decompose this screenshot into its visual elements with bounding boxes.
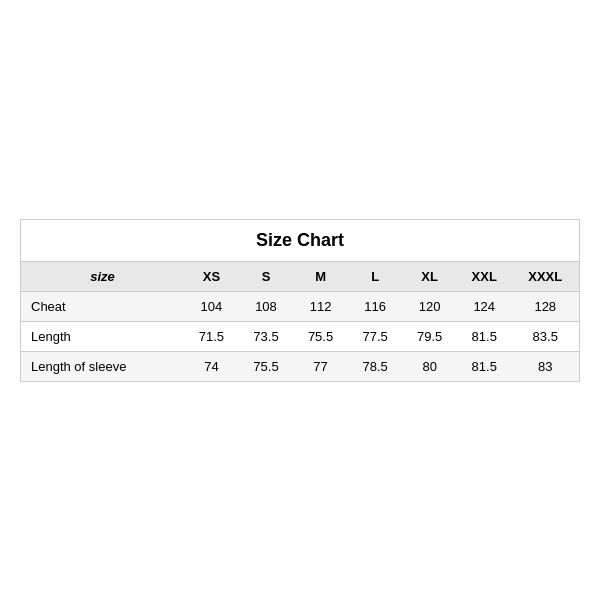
cell-value: 77.5 <box>348 321 403 351</box>
cell-value: 83.5 <box>512 321 580 351</box>
cell-value: 104 <box>184 291 239 321</box>
title-row: Size Chart <box>21 219 580 261</box>
cell-value: 116 <box>348 291 403 321</box>
m-column-header: M <box>293 261 348 291</box>
cell-value: 71.5 <box>184 321 239 351</box>
table-row: Cheat 104 108 112 116 120 124 128 <box>21 291 580 321</box>
xxxl-column-header: XXXL <box>512 261 580 291</box>
cell-value: 83 <box>512 351 580 381</box>
cell-value: 80 <box>402 351 457 381</box>
cell-value: 81.5 <box>457 321 512 351</box>
s-column-header: S <box>239 261 294 291</box>
cell-value: 128 <box>512 291 580 321</box>
cell-value: 79.5 <box>402 321 457 351</box>
cell-value: 77 <box>293 351 348 381</box>
xl-column-header: XL <box>402 261 457 291</box>
size-chart-table: Size Chart size XS S M L XL XXL XXXL Che… <box>20 219 580 382</box>
size-chart-container: Size Chart size XS S M L XL XXL XXXL Che… <box>20 219 580 382</box>
cell-value: 112 <box>293 291 348 321</box>
header-row: size XS S M L XL XXL XXXL <box>21 261 580 291</box>
row-label: Length <box>21 321 185 351</box>
table-row: Length 71.5 73.5 75.5 77.5 79.5 81.5 83.… <box>21 321 580 351</box>
cell-value: 120 <box>402 291 457 321</box>
cell-value: 75.5 <box>293 321 348 351</box>
xs-column-header: XS <box>184 261 239 291</box>
xxl-column-header: XXL <box>457 261 512 291</box>
table-row: Length of sleeve 74 75.5 77 78.5 80 81.5… <box>21 351 580 381</box>
row-label: Cheat <box>21 291 185 321</box>
row-label: Length of sleeve <box>21 351 185 381</box>
cell-value: 73.5 <box>239 321 294 351</box>
cell-value: 75.5 <box>239 351 294 381</box>
table-title: Size Chart <box>21 219 580 261</box>
cell-value: 81.5 <box>457 351 512 381</box>
size-column-header: size <box>21 261 185 291</box>
cell-value: 108 <box>239 291 294 321</box>
cell-value: 78.5 <box>348 351 403 381</box>
cell-value: 74 <box>184 351 239 381</box>
cell-value: 124 <box>457 291 512 321</box>
l-column-header: L <box>348 261 403 291</box>
